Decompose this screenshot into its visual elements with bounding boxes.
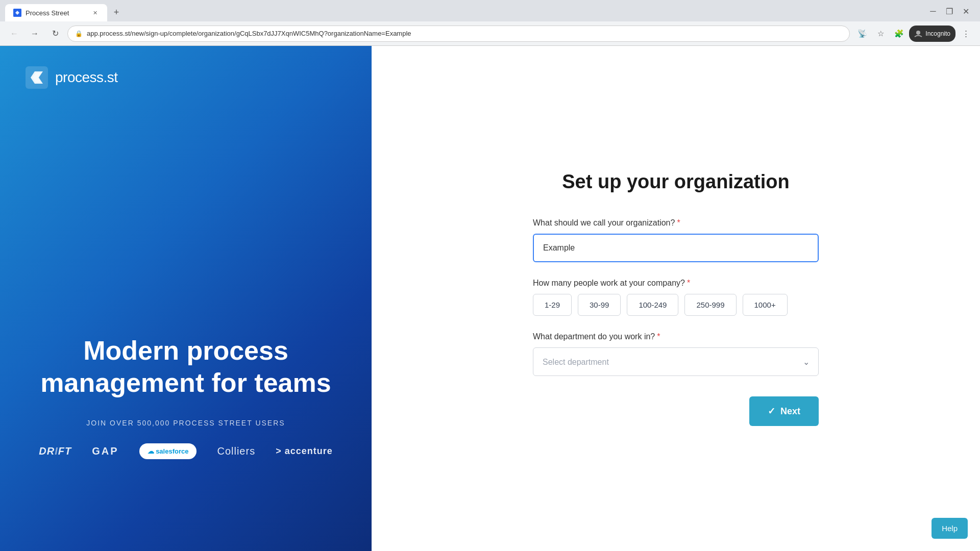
size-btn-1000-plus[interactable]: 1000+: [743, 294, 788, 316]
company-size-label: How many people work at your company?*: [533, 279, 819, 288]
tab-favicon: [13, 9, 21, 17]
size-btn-1-29[interactable]: 1-29: [533, 294, 572, 316]
size-required-star: *: [687, 279, 690, 287]
next-button[interactable]: ✓ Next: [749, 396, 819, 426]
size-btn-250-999[interactable]: 250-999: [684, 294, 736, 316]
dept-required-star: *: [657, 332, 660, 341]
tab-close-button[interactable]: ✕: [91, 9, 99, 17]
brand-colliers: Colliers: [217, 445, 255, 457]
logo-light: st: [107, 69, 118, 85]
left-panel: process.st Modern process management for…: [0, 46, 372, 551]
form-title: Set up your organization: [533, 171, 819, 193]
back-button[interactable]: ←: [6, 26, 22, 42]
extension-button[interactable]: 🧩: [891, 26, 907, 42]
department-select-wrapper: Select department Engineering Operations…: [533, 347, 819, 376]
address-text: app.process.st/new/sign-up/complete/orga…: [87, 30, 842, 37]
menu-button[interactable]: ⋮: [958, 26, 974, 42]
size-options: 1-29 30-99 100-249 250-999 1000+: [533, 294, 819, 316]
brand-drift: DRIFT: [39, 445, 71, 457]
close-button[interactable]: ✕: [960, 5, 972, 17]
join-text: JOIN OVER 500,000 PROCESS STREET USERS: [26, 419, 346, 427]
form-container: Set up your organization What should we …: [533, 171, 819, 426]
org-name-input[interactable]: [533, 234, 819, 262]
refresh-button[interactable]: ↻: [47, 26, 63, 42]
check-icon: ✓: [768, 406, 775, 417]
logo-text: process.st: [55, 69, 118, 86]
department-field-group: What department do you work in?* Select …: [533, 332, 819, 376]
new-tab-button[interactable]: +: [109, 5, 124, 19]
incognito-badge[interactable]: Incognito: [909, 26, 955, 42]
logo-bold: process.: [55, 69, 107, 85]
next-button-label: Next: [780, 406, 800, 417]
org-required-star: *: [677, 218, 680, 227]
brand-gap: GAP: [92, 445, 118, 457]
tab-title: Process Street: [26, 9, 87, 17]
size-btn-100-249[interactable]: 100-249: [627, 294, 678, 316]
cast-button[interactable]: 📡: [854, 26, 870, 42]
minimize-button[interactable]: ─: [927, 5, 939, 17]
incognito-icon: [914, 30, 922, 38]
maximize-button[interactable]: ❐: [943, 5, 955, 17]
department-label: What department do you work in?*: [533, 332, 819, 341]
browser-tab[interactable]: Process Street ✕: [5, 4, 107, 21]
department-select[interactable]: Select department Engineering Operations…: [533, 347, 819, 376]
brand-logos-row: DRIFT GAP ☁ salesforce Colliers > accent…: [26, 443, 346, 459]
right-panel: Set up your organization What should we …: [372, 46, 980, 551]
size-btn-30-99[interactable]: 30-99: [578, 294, 621, 316]
logo-icon: [26, 66, 48, 89]
brand-accenture: > accenture: [276, 446, 333, 457]
hero-title: Modern process management for teams: [26, 335, 346, 398]
incognito-label: Incognito: [925, 30, 950, 37]
org-name-field-group: What should we call your organization?*: [533, 218, 819, 262]
bookmark-button[interactable]: ☆: [872, 26, 889, 42]
company-size-field-group: How many people work at your company?* 1…: [533, 279, 819, 316]
brand-salesforce: ☁ salesforce: [139, 443, 197, 459]
lock-icon: 🔒: [75, 30, 83, 37]
forward-button[interactable]: →: [27, 26, 43, 42]
svg-point-1: [916, 31, 920, 35]
org-name-label: What should we call your organization?*: [533, 218, 819, 228]
help-button[interactable]: Help: [932, 518, 968, 539]
hero-text: Modern process management for teams JOIN…: [0, 335, 372, 459]
address-bar[interactable]: 🔒 app.process.st/new/sign-up/complete/or…: [67, 26, 850, 42]
logo-area: process.st: [26, 66, 118, 89]
